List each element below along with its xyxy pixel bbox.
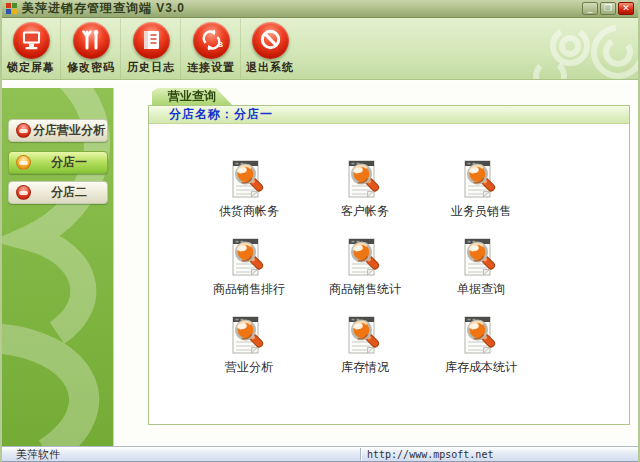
sidebar-item-branch-analysis[interactable]: 分店营业分析	[8, 119, 108, 142]
grid-item-inventory-status[interactable]: 库存情况	[307, 316, 423, 374]
document-magnifier-icon	[346, 160, 384, 202]
sidebar-item-label: 分店一	[31, 154, 107, 171]
grid-item-label: 商品销售排行	[191, 281, 307, 298]
app-logo-icon	[6, 3, 17, 14]
sidebar-item-label: 分店二	[31, 184, 107, 201]
status-bar: 美萍软件 http://www.mpsoft.net	[2, 446, 638, 462]
sidebar-item-branch-1[interactable]: 分店一	[8, 151, 108, 174]
toolbar: 锁定屏幕 修改密码	[2, 18, 638, 80]
history-log-button[interactable]: 历史日志	[122, 18, 181, 80]
status-url: http://www.mpsoft.net	[367, 449, 493, 460]
exit-system-ball	[252, 22, 289, 59]
grid-item-label: 营业分析	[191, 359, 307, 376]
grid-item-inventory-cost-statistics[interactable]: 库存成本统计	[423, 316, 539, 374]
branch-name-label: 分店名称：分店一	[169, 106, 273, 123]
grid-item-label: 库存情况	[307, 359, 423, 376]
monitor-icon	[13, 22, 50, 59]
tab-business-query[interactable]: 营业查询	[152, 88, 232, 105]
svg-text:B: B	[218, 41, 223, 48]
query-panel: 分店名称：分店一 供货商帐务 客户帐务	[148, 105, 630, 425]
connection-settings-button[interactable]: B 连接设置	[182, 18, 241, 80]
content-area: 分店营业分析 分店一 分店二 营业查询 分店名称：分店一	[2, 81, 638, 446]
red-orb-icon	[16, 123, 31, 138]
grid-item-product-sales-statistics[interactable]: 商品销售统计	[307, 238, 423, 296]
status-company: 美萍软件	[16, 447, 60, 462]
grid-item-label: 供货商帐务	[191, 203, 307, 220]
exit-system-button[interactable]: 退出系统	[242, 18, 298, 80]
lock-screen-button[interactable]: 锁定屏幕	[2, 18, 61, 80]
document-magnifier-icon	[230, 238, 268, 280]
grid-item-salesperson-sales[interactable]: 业务员销售	[423, 160, 539, 218]
close-button[interactable]: ✕	[618, 2, 634, 15]
sync-arrows-icon: B	[193, 22, 230, 59]
log-book-icon	[133, 22, 170, 59]
grid-item-supplier-accounts[interactable]: 供货商帐务	[191, 160, 307, 218]
sidebar-item-branch-2[interactable]: 分店二	[8, 181, 108, 204]
sidebar: 分店营业分析 分店一 分店二	[2, 88, 114, 446]
grid-item-label: 业务员销售	[423, 203, 539, 220]
grid-item-business-analysis[interactable]: 营业分析	[191, 316, 307, 374]
document-magnifier-icon	[346, 316, 384, 358]
main-area: 营业查询 分店名称：分店一 供货商帐务 客户帐务	[114, 88, 638, 446]
grid-item-label: 商品销售统计	[307, 281, 423, 298]
grid-item-label: 客户帐务	[307, 203, 423, 220]
minimize-button[interactable]: _	[582, 2, 598, 15]
grid-item-label: 库存成本统计	[423, 359, 539, 376]
grid-item-product-sales-ranking[interactable]: 商品销售排行	[191, 238, 307, 296]
grid-item-document-query[interactable]: 单据查询	[423, 238, 539, 296]
orange-orb-icon	[16, 155, 31, 170]
grid-item-label: 单据查询	[423, 281, 539, 298]
tool-label: 连接设置	[182, 60, 240, 75]
connection-settings-ball: B	[193, 22, 230, 59]
document-magnifier-icon	[462, 160, 500, 202]
status-divider	[360, 448, 361, 460]
decorative-rings	[528, 18, 638, 80]
history-log-ball	[133, 22, 170, 59]
window-title: 美萍进销存管理查询端 V3.0	[22, 0, 185, 17]
panel-header: 分店名称：分店一	[149, 106, 629, 124]
maximize-button[interactable]: ❐	[600, 2, 616, 15]
tool-label: 锁定屏幕	[2, 60, 60, 75]
prohibit-icon	[252, 22, 289, 59]
lock-screen-ball	[13, 22, 50, 59]
change-password-ball	[73, 22, 110, 59]
tool-label: 修改密码	[62, 60, 120, 75]
document-magnifier-icon	[230, 316, 268, 358]
document-magnifier-icon	[462, 316, 500, 358]
sidebar-item-label: 分店营业分析	[31, 122, 107, 139]
app-window: 美萍进销存管理查询端 V3.0 _ ❐ ✕	[0, 0, 640, 462]
query-grid: 供货商帐务 客户帐务 业务员销售	[149, 124, 629, 374]
tools-icon	[73, 22, 110, 59]
grid-item-customer-accounts[interactable]: 客户帐务	[307, 160, 423, 218]
tool-label: 历史日志	[122, 60, 180, 75]
document-magnifier-icon	[230, 160, 268, 202]
tool-label: 退出系统	[242, 60, 298, 75]
title-bar: 美萍进销存管理查询端 V3.0 _ ❐ ✕	[2, 0, 638, 18]
document-magnifier-icon	[462, 238, 500, 280]
change-password-button[interactable]: 修改密码	[62, 18, 121, 80]
red-orb-icon	[16, 185, 31, 200]
document-magnifier-icon	[346, 238, 384, 280]
